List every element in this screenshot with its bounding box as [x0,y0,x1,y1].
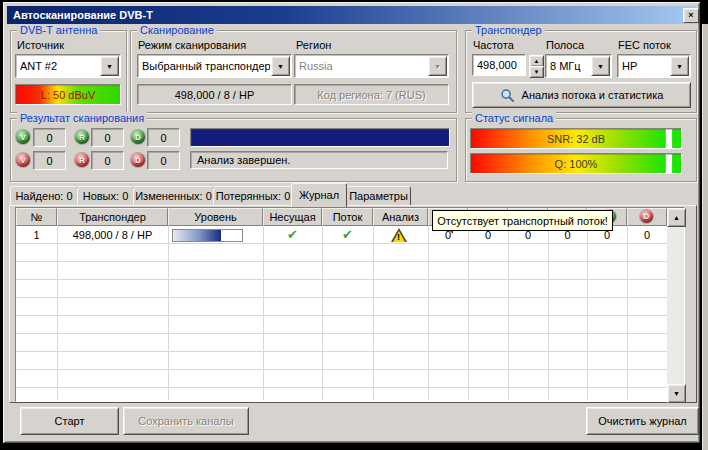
d-red-icon: D [131,153,145,167]
transponder-group-title: Транспондер [472,24,545,37]
fec-value: HP [618,57,669,75]
region-value: Russia [295,57,427,75]
bandwidth-combobox[interactable]: 8 МГц ▼ [545,54,612,78]
source-label: Источник [17,39,64,52]
close-button[interactable]: × [683,8,699,23]
signal-group-title: Статус сигнала [472,112,556,125]
v-found-count: 0 [33,128,66,147]
analyze-stream-button[interactable]: Анализ потока и статистика [472,82,691,108]
d-green-icon: D [131,130,145,144]
scan-mode-value: Выбранный транспондер [138,57,270,75]
clear-journal-button[interactable]: Очистить журнал [586,407,699,435]
table-empty-rows [16,244,667,400]
snr-bar: SNR: 32 dB [470,128,682,149]
tab-parameters[interactable]: Параметры [346,186,411,207]
chevron-down-icon: ▼ [428,56,447,76]
region-combobox-disabled: Russia ▼ [294,54,449,78]
scrollbar-down-icon[interactable]: ▼ [667,384,686,403]
background-window-sliver [702,24,708,450]
region-label: Регион [296,39,331,52]
scan-mode-combobox[interactable]: Выбранный транспондер ▼ [137,54,292,78]
transponder-display: 498,000 / 8 / HP [137,84,292,105]
chevron-down-icon[interactable]: ▼ [271,56,290,76]
frequency-input[interactable]: 498,000 [472,54,526,76]
tab-new[interactable]: Новых: 0 [77,186,134,207]
result-group-title: Результат сканирования [17,112,147,125]
antenna-level-meter: L: 50 dBuV [15,84,121,105]
row-level-fill [173,230,221,241]
column-header-transponder[interactable]: Транспондер [57,208,168,226]
r-red-icon: R [75,153,89,167]
table-scrollbar[interactable] [667,208,684,401]
column-header-carrier[interactable]: Несущая [263,208,322,226]
antenna-level-text: L: 50 dBuV [41,89,95,101]
region-code-display: Код региона: 7 (RUS) [294,84,449,105]
warning-exclamation: ! [397,232,400,242]
chevron-down-icon[interactable]: ▼ [670,56,689,76]
save-channels-button: Сохранить каналы [123,407,249,435]
row-level-meter [172,229,243,242]
screen: Автосканирование DVB-T × DVB-T антенна И… [0,0,708,450]
scan-group-title: Сканирование [137,24,217,37]
column-header-stream[interactable]: Поток [322,208,373,226]
source-combobox-value: ANT #2 [16,57,99,75]
v-green-icon: V [16,130,30,144]
r-green-icon: R [75,130,89,144]
scan-mode-label: Режим сканирования [138,39,246,52]
v-red-icon: V [16,153,30,167]
bandwidth-value: 8 МГц [546,57,590,75]
r-found-count: 0 [91,128,124,147]
scan-progress-bar [190,128,450,147]
antenna-group-title: DVB-T антенна [17,24,100,37]
analyze-stream-label: Анализ потока и статистика [522,89,664,101]
column-header-num[interactable]: № [16,208,57,226]
start-button[interactable]: Старт [20,407,119,435]
fec-combobox[interactable]: HP ▼ [617,54,691,78]
v-lost-count: 0 [33,151,66,170]
row-num: 1 [16,226,57,244]
frequency-label: Частота [473,39,514,52]
magnifier-icon [500,88,515,103]
column-header-level[interactable]: Уровень [168,208,263,226]
d-lost-count: 0 [147,151,180,170]
chevron-down-icon[interactable]: ▼ [100,56,119,76]
tab-found[interactable]: Найдено: 0 [10,186,78,207]
stream-check-icon: ✔ [322,226,373,244]
chevron-down-icon[interactable]: ▼ [591,56,610,76]
carrier-check-icon: ✔ [263,226,322,244]
frequency-spin-down-icon[interactable]: ▼ [529,66,544,78]
quality-bar: Q: 100% [470,153,682,174]
d-found-count: 0 [147,128,180,147]
bandwidth-label: Полоса [546,39,584,52]
tooltip: Отсутствует транспортный поток! [432,210,613,231]
row-transponder: 498,000 / 8 / HP [57,226,168,244]
window-title: Автосканирование DVB-T [13,8,153,22]
tab-lost[interactable]: Потерянных: 0 [213,186,293,207]
header-red-d-icon: D [640,210,653,223]
scrollbar-up-icon[interactable]: ▲ [667,208,686,227]
tab-changed[interactable]: Измененных: 0 [133,186,214,207]
tab-journal[interactable]: Журнал [291,183,347,208]
source-combobox[interactable]: ANT #2 ▼ [15,54,121,78]
scan-status-text: Анализ завершен. [190,151,448,169]
column-header-analysis[interactable]: Анализ [373,208,428,226]
row-count-6: 0 [627,226,667,244]
fec-label: FEC поток [618,39,671,52]
r-lost-count: 0 [91,151,124,170]
warning-icon: ! [391,228,407,242]
